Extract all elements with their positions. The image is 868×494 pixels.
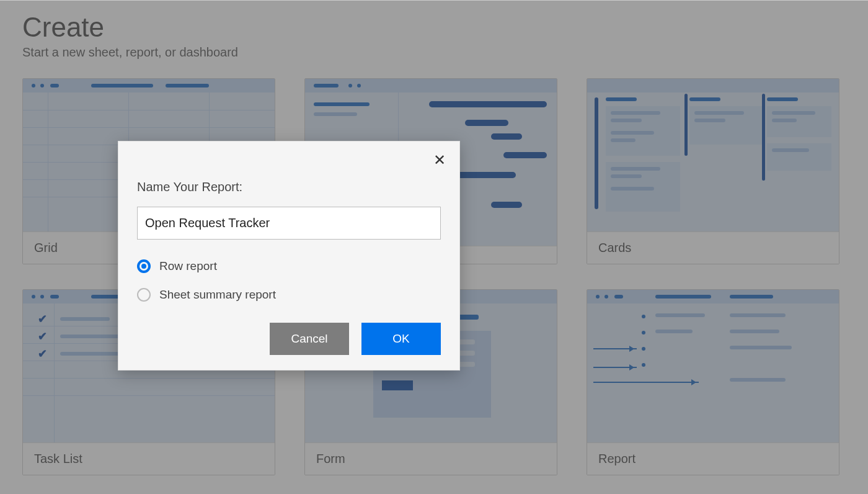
close-icon[interactable]: ✕ [433, 153, 446, 168]
dialog-title: Name Your Report: [137, 180, 441, 194]
radio-row-label: Row report [159, 259, 217, 273]
report-type-group: Row report Sheet summary report [137, 254, 441, 312]
ok-button[interactable]: OK [361, 323, 441, 355]
cancel-button[interactable]: Cancel [270, 323, 349, 355]
radio-summary-label: Sheet summary report [159, 288, 276, 302]
radio-row-report[interactable]: Row report [137, 254, 441, 283]
radio-icon [137, 288, 151, 302]
name-report-dialog: ✕ Name Your Report: Row report Sheet sum… [118, 141, 460, 370]
radio-sheet-summary[interactable]: Sheet summary report [137, 283, 441, 312]
report-name-input[interactable] [137, 207, 441, 240]
radio-icon [137, 259, 151, 273]
dialog-actions: Cancel OK [137, 323, 441, 355]
modal-overlay: ✕ Name Your Report: Row report Sheet sum… [0, 1, 868, 494]
